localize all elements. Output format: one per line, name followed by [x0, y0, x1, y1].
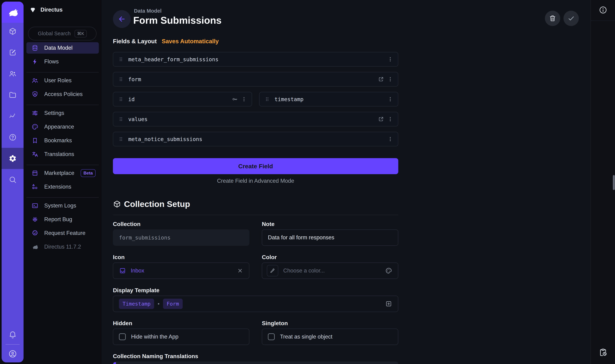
field-row[interactable]: values: [113, 112, 398, 126]
module-help[interactable]: [2, 127, 24, 148]
module-search[interactable]: [2, 169, 24, 190]
info-icon[interactable]: [599, 6, 607, 14]
palette-icon[interactable]: [385, 267, 392, 274]
sidebar-item[interactable]: System Logs: [26, 200, 99, 211]
sidebar-item[interactable]: Marketplace Beta: [26, 167, 99, 179]
color-swatch-button[interactable]: [267, 265, 278, 276]
field-name: values: [128, 116, 148, 122]
database-icon: [31, 44, 39, 52]
project-header[interactable]: Directus: [29, 6, 63, 13]
module-insights[interactable]: [2, 105, 24, 127]
module-settings[interactable]: [2, 148, 24, 169]
user-menu-button[interactable]: [2, 349, 24, 358]
search-shortcut-badge: ⌘K: [75, 30, 87, 37]
display-template-input[interactable]: Timestamp • Form: [113, 296, 398, 312]
back-button[interactable]: [113, 10, 131, 28]
notifications-button[interactable]: [2, 330, 24, 339]
note-input[interactable]: Data for all form responses: [262, 229, 398, 246]
sidebar-item[interactable]: User Roles: [26, 75, 99, 86]
nav-divider: [26, 162, 99, 167]
delete-collection-button[interactable]: [545, 11, 560, 26]
field-row[interactable]: timestamp: [259, 92, 398, 106]
cube-icon: [113, 200, 121, 208]
naming-accent: [113, 362, 116, 364]
project-name: Directus: [41, 7, 63, 13]
sidebar-item[interactable]: Settings: [26, 107, 99, 119]
kebab-menu-icon[interactable]: [387, 76, 393, 82]
icon-label: Icon: [113, 254, 125, 260]
field-row[interactable]: meta_notice_submissions: [113, 132, 398, 146]
create-field-advanced-link[interactable]: Create Field in Advanced Mode: [113, 178, 398, 184]
module-editor[interactable]: [2, 42, 24, 63]
directus-logo[interactable]: [2, 2, 24, 23]
kebab-menu-icon[interactable]: [387, 56, 393, 62]
template-chip-form[interactable]: Form: [163, 299, 183, 309]
launch-icon[interactable]: [378, 116, 384, 122]
breadcrumb[interactable]: Data Model: [134, 8, 162, 14]
collection-input: form_submissions: [113, 229, 249, 246]
drag-handle-icon[interactable]: [118, 116, 124, 122]
sidebar-item[interactable]: Access Policies: [26, 89, 99, 100]
save-button[interactable]: [563, 11, 579, 26]
drag-handle-icon[interactable]: [118, 136, 124, 142]
drag-handle-icon[interactable]: [118, 56, 124, 62]
sidebar-item-label: Appearance: [44, 124, 74, 130]
kebab-menu-icon[interactable]: [387, 116, 393, 122]
sidebar-item-label: User Roles: [44, 77, 71, 84]
sidebar-item-label: Flows: [44, 58, 59, 65]
storefront-icon: [31, 169, 39, 177]
folder-icon: [9, 91, 17, 99]
field-name: timestamp: [275, 96, 304, 102]
kebab-menu-icon[interactable]: [387, 96, 393, 102]
module-files[interactable]: [2, 84, 24, 105]
module-users[interactable]: [2, 63, 24, 84]
clipboard-clock-icon[interactable]: [599, 348, 607, 357]
field-row[interactable]: id: [113, 92, 252, 106]
template-chip-timestamp[interactable]: Timestamp: [119, 299, 154, 309]
fields-layout-title: Fields & Layout: [113, 38, 157, 45]
sidebar-item[interactable]: Flows: [26, 56, 99, 67]
search-icon: [9, 176, 17, 184]
global-search-input[interactable]: Global Search ⌘K: [28, 27, 97, 40]
drag-handle-icon[interactable]: [118, 96, 124, 102]
field-row[interactable]: meta_header_form_submissions: [113, 52, 398, 67]
sidebar-item-label: Directus 11.7.2: [44, 244, 81, 250]
sidebar-item[interactable]: Translations: [26, 149, 99, 160]
sidebar-item[interactable]: Directus 11.7.2: [26, 241, 99, 253]
launch-icon[interactable]: [378, 76, 384, 82]
color-input[interactable]: Choose a color...: [262, 262, 398, 279]
hidden-checkbox[interactable]: [119, 333, 126, 340]
kebab-menu-icon[interactable]: [387, 136, 393, 142]
sidebar-item[interactable]: Extensions: [26, 181, 99, 193]
arrow-left-icon: [118, 15, 126, 23]
kebab-menu-icon[interactable]: [241, 96, 247, 102]
sidebar-item[interactable]: Report Bug: [26, 214, 99, 225]
module-content[interactable]: [2, 21, 24, 42]
sidebar-item[interactable]: Bookmarks: [26, 135, 99, 146]
naming-translations-input[interactable]: [113, 362, 398, 364]
sidebar-item-label: Request Feature: [44, 230, 85, 236]
sidebar-item[interactable]: Request Feature: [26, 227, 99, 239]
key-icon: [232, 96, 238, 102]
main-content: Data Model Form Submissions Fields & Lay…: [102, 0, 591, 364]
hidden-label: Hidden: [113, 320, 132, 327]
drag-handle-icon[interactable]: [264, 96, 270, 102]
sidebar-item[interactable]: Appearance: [26, 121, 99, 132]
singleton-checkbox[interactable]: [268, 333, 275, 340]
add-box-icon[interactable]: [385, 300, 392, 307]
drag-handle-icon[interactable]: [118, 76, 124, 82]
module-rail: [2, 2, 24, 362]
hidden-field: Hide within the App: [113, 329, 249, 345]
scrollbar-thumb[interactable]: [613, 175, 615, 190]
create-field-button[interactable]: Create Field: [113, 158, 398, 174]
rabbit-icon: [6, 6, 19, 19]
close-icon[interactable]: [237, 267, 243, 274]
icon-select[interactable]: Inbox: [113, 262, 249, 279]
sidebar-item[interactable]: Data Model: [26, 42, 99, 54]
field-row[interactable]: form: [113, 72, 398, 87]
hidden-checkbox-label: Hide within the App: [131, 334, 178, 340]
sidebar-item-label: Report Bug: [44, 216, 72, 223]
module-list: [2, 21, 24, 190]
color-placeholder: Choose a color...: [283, 267, 325, 274]
beta-badge: Beta: [81, 169, 96, 177]
